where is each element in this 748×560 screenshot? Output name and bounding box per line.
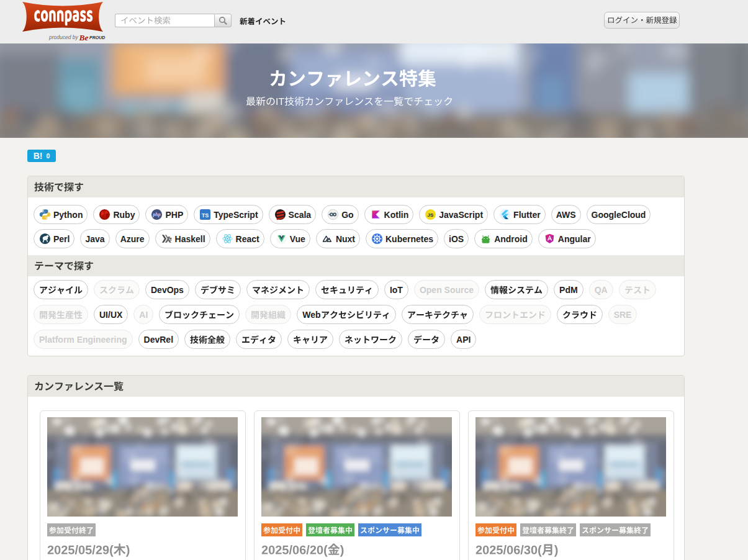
svg-text:produced by: produced by [48,34,79,40]
svg-text:JS: JS [428,212,434,218]
svg-text:php: php [153,212,161,217]
svg-text:PROUD: PROUD [89,35,105,40]
svg-text:Be: Be [79,33,89,42]
svg-text:TS: TS [202,212,209,219]
